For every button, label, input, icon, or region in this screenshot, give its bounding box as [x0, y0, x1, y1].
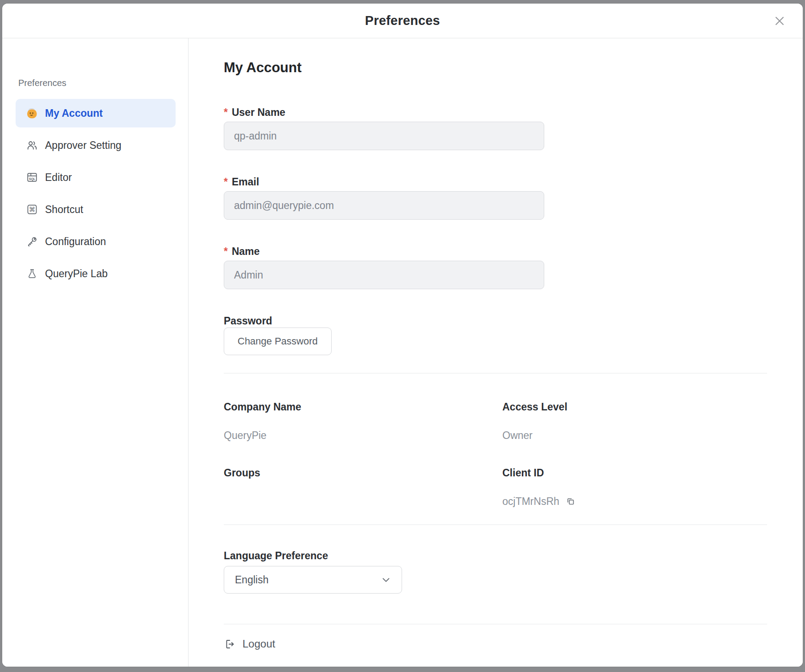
required-marker: *	[224, 106, 228, 119]
language-select-value: English	[235, 574, 268, 586]
modal-title: Preferences	[365, 13, 440, 28]
smiley-emoji-icon	[26, 107, 38, 119]
my-account-panel: My Account * User Name * Email * Name Pa…	[189, 38, 803, 667]
email-input[interactable]	[224, 191, 544, 220]
access-level-value: Owner	[502, 429, 767, 442]
required-marker: *	[224, 245, 228, 258]
modal-header: Preferences	[2, 4, 803, 38]
password-label: Password	[224, 314, 767, 328]
company-name-cell: Company Name QueryPie	[224, 400, 502, 466]
sidebar-item-label: Approver Setting	[45, 139, 121, 152]
logout-label: Logout	[242, 638, 275, 650]
chevron-down-icon	[380, 574, 392, 586]
sidebar-item-querypie-lab[interactable]: QueryPie Lab	[16, 259, 176, 288]
flask-icon	[26, 268, 38, 279]
users-icon	[26, 139, 38, 151]
preferences-modal: Preferences Preferences	[2, 4, 803, 667]
logout-button[interactable]: Logout	[224, 638, 275, 650]
sidebar-item-label: Configuration	[45, 236, 106, 248]
name-label: * Name	[224, 245, 767, 258]
close-icon	[773, 14, 786, 28]
divider	[224, 373, 767, 373]
sql-window-icon: SQL	[26, 172, 38, 183]
divider	[224, 524, 767, 525]
page-title: My Account	[224, 59, 767, 76]
sidebar-item-approver-setting[interactable]: Approver Setting	[16, 131, 176, 160]
language-preference-label: Language Preference	[224, 549, 767, 562]
name-input[interactable]	[224, 261, 544, 289]
sidebar-section-label: Preferences	[16, 77, 176, 89]
modal-body: Preferences My Account	[2, 38, 803, 667]
svg-text:⌘: ⌘	[29, 206, 35, 213]
command-key-icon: ⌘	[26, 204, 38, 215]
client-id-label: Client ID	[502, 466, 767, 479]
copy-client-id-button[interactable]	[565, 496, 576, 507]
sidebar-item-configuration[interactable]: Configuration	[16, 227, 176, 256]
groups-value	[224, 495, 502, 508]
client-id-value: ocjTMrNsRh	[502, 495, 767, 508]
required-marker: *	[224, 175, 228, 188]
sidebar-item-label: Shortcut	[45, 204, 83, 216]
access-level-cell: Access Level Owner	[502, 400, 767, 466]
groups-cell: Groups	[224, 466, 502, 508]
sidebar-item-my-account[interactable]: My Account	[16, 99, 176, 127]
svg-text:SQL: SQL	[29, 177, 36, 181]
client-id-cell: Client ID ocjTMrNsRh	[502, 466, 767, 508]
user-name-label: * User Name	[224, 106, 767, 119]
company-name-label: Company Name	[224, 400, 502, 414]
sidebar-item-editor[interactable]: SQL Editor	[16, 163, 176, 192]
change-password-button[interactable]: Change Password	[224, 328, 332, 355]
sidebar-item-label: QueryPie Lab	[45, 268, 108, 280]
access-level-label: Access Level	[502, 400, 767, 414]
close-button[interactable]	[770, 11, 789, 31]
logout-icon	[224, 638, 236, 650]
sidebar-item-label: Editor	[45, 172, 72, 184]
divider	[224, 624, 767, 624]
key-icon	[26, 236, 38, 247]
copy-icon	[565, 496, 576, 507]
groups-label: Groups	[224, 466, 502, 479]
sidebar-item-shortcut[interactable]: ⌘ Shortcut	[16, 195, 176, 224]
user-name-input[interactable]	[224, 122, 544, 150]
sidebar-item-label: My Account	[45, 107, 103, 119]
company-name-value: QueryPie	[224, 429, 502, 442]
sidebar: Preferences My Account	[2, 38, 189, 667]
language-select[interactable]: English	[224, 566, 402, 594]
account-info-grid: Company Name QueryPie Access Level Owner…	[224, 400, 767, 508]
email-label: * Email	[224, 175, 767, 188]
